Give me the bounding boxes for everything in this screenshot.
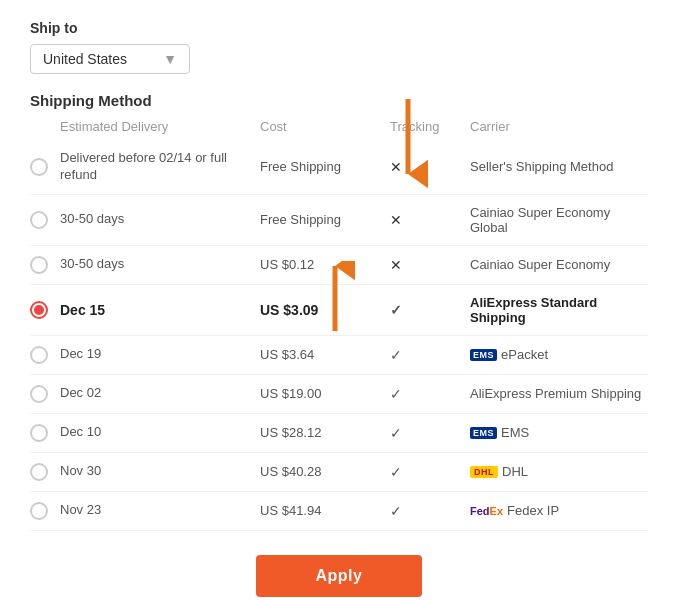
tracking-indicator: ✓ [390,347,470,363]
tracking-indicator: ✕ [390,212,470,228]
shipping-method-label: Shipping Method [30,92,648,109]
tracking-indicator: ✓ [390,503,470,519]
check-mark-icon: ✓ [390,386,402,402]
check-mark-icon: ✓ [390,503,402,519]
carrier-name: Seller's Shipping Method [470,159,648,174]
country-value: United States [43,51,127,67]
shipping-cost: US $28.12 [260,425,390,440]
delivery-date: Dec 02 [60,385,260,402]
check-mark-icon: ✓ [390,425,402,441]
col-tracking: Tracking [390,119,470,134]
check-mark-icon: ✓ [390,464,402,480]
radio-button[interactable] [30,346,48,364]
delivery-date: Delivered before 02/14 or full refund [60,150,260,184]
table-row[interactable]: Dec 15US $3.09✓AliExpress Standard Shipp… [30,285,648,336]
apply-button[interactable]: Apply [256,555,423,597]
carrier-name: FedExFedex IP [470,503,648,518]
fedex-logo-icon: FedEx [470,505,503,517]
radio-button[interactable] [30,463,48,481]
shipping-cost: US $0.12 [260,257,390,272]
delivery-date: Dec 19 [60,346,260,363]
carrier-name: Cainiao Super Economy [470,257,648,272]
check-mark-icon: ✓ [390,302,402,318]
country-select[interactable]: United States ▼ [30,44,190,74]
dhl-logo-icon: DHL [470,466,498,478]
chevron-down-icon: ▼ [163,51,177,67]
carrier-label: DHL [502,464,528,479]
radio-button[interactable] [30,301,48,319]
shipping-cost: Free Shipping [260,212,390,227]
table-row[interactable]: 30-50 daysUS $0.12✕Cainiao Super Economy [30,246,648,285]
tracking-indicator: ✓ [390,425,470,441]
delivery-date: Dec 15 [60,301,260,319]
delivery-date: 30-50 days [60,256,260,273]
shipping-cost: US $41.94 [260,503,390,518]
carrier-label: Seller's Shipping Method [470,159,613,174]
check-mark-icon: ✓ [390,347,402,363]
delivery-date: Dec 10 [60,424,260,441]
carrier-name: AliExpress Premium Shipping [470,386,648,401]
table-row[interactable]: Dec 19US $3.64✓EMSePacket [30,336,648,375]
carrier-name: DHLDHL [470,464,648,479]
carrier-label: Cainiao Super Economy [470,257,610,272]
radio-button[interactable] [30,211,48,229]
table-row[interactable]: Dec 02US $19.00✓AliExpress Premium Shipp… [30,375,648,414]
carrier-label: AliExpress Premium Shipping [470,386,641,401]
x-mark-icon: ✕ [390,257,402,273]
carrier-label: AliExpress Standard Shipping [470,295,648,325]
shipping-cost: US $19.00 [260,386,390,401]
radio-button[interactable] [30,385,48,403]
apply-button-container: Apply [30,555,648,597]
tracking-indicator: ✓ [390,386,470,402]
table-row[interactable]: Dec 10US $28.12✓EMSEMS [30,414,648,453]
delivery-date: Nov 23 [60,502,260,519]
col-cost: Cost [260,119,390,134]
tracking-indicator: ✓ [390,302,470,318]
table-header: Estimated Delivery Cost Tracking Carrier [30,119,648,140]
ems-logo-icon: EMS [470,349,497,361]
carrier-name: Cainiao Super Economy Global [470,205,648,235]
table-row[interactable]: Delivered before 02/14 or full refundFre… [30,140,648,195]
radio-button[interactable] [30,424,48,442]
x-mark-icon: ✕ [390,212,402,228]
carrier-label: Cainiao Super Economy Global [470,205,648,235]
tracking-indicator: ✕ [390,159,470,175]
col-carrier: Carrier [470,119,648,134]
shipping-cost: Free Shipping [260,159,390,174]
tracking-indicator: ✓ [390,464,470,480]
delivery-date: Nov 30 [60,463,260,480]
table-row[interactable]: Nov 23US $41.94✓FedExFedex IP [30,492,648,531]
x-mark-icon: ✕ [390,159,402,175]
carrier-name: EMSePacket [470,347,648,362]
radio-button[interactable] [30,256,48,274]
carrier-label: ePacket [501,347,548,362]
carrier-label: Fedex IP [507,503,559,518]
shipping-cost: US $3.64 [260,347,390,362]
shipping-rows: Delivered before 02/14 or full refundFre… [30,140,648,531]
radio-button[interactable] [30,502,48,520]
carrier-label: EMS [501,425,529,440]
delivery-date: 30-50 days [60,211,260,228]
ship-to-label: Ship to [30,20,648,36]
ems-logo-icon: EMS [470,427,497,439]
carrier-name: AliExpress Standard Shipping [470,295,648,325]
shipping-cost: US $3.09 [260,302,390,318]
radio-button[interactable] [30,158,48,176]
carrier-name: EMSEMS [470,425,648,440]
tracking-indicator: ✕ [390,257,470,273]
table-row[interactable]: 30-50 daysFree Shipping✕Cainiao Super Ec… [30,195,648,246]
col-delivery: Estimated Delivery [60,119,260,134]
table-row[interactable]: Nov 30US $40.28✓DHLDHL [30,453,648,492]
shipping-cost: US $40.28 [260,464,390,479]
